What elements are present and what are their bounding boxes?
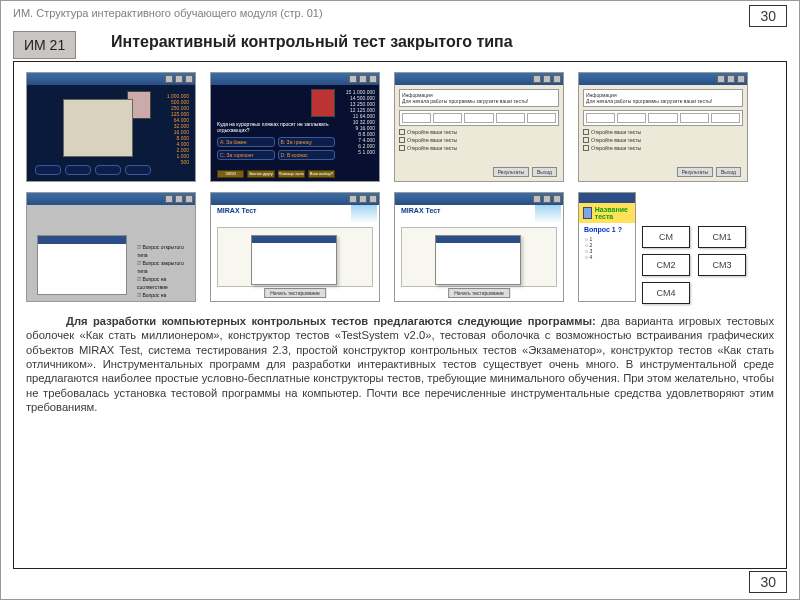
prize-ladder: 1.000.000 500.000 250.000 125.000 64.000… bbox=[155, 93, 189, 165]
minimize-icon bbox=[717, 75, 725, 83]
dialog-box bbox=[63, 99, 133, 157]
mirax-logo: MIRAX Тест bbox=[217, 207, 257, 214]
info-text: Для начала работы программы загрузите ва… bbox=[586, 98, 740, 104]
start-test-button: Начать тестирование bbox=[448, 288, 510, 298]
minimize-icon bbox=[533, 195, 541, 203]
option-d: D: В космос bbox=[278, 150, 336, 160]
test-header: Название теста bbox=[579, 203, 635, 223]
test-row: Откройте ваши тесты bbox=[399, 129, 559, 135]
close-icon bbox=[553, 75, 561, 83]
cm-button[interactable]: СМ2 bbox=[642, 254, 690, 276]
checkbox-icon bbox=[399, 145, 405, 151]
test-row: Откройте ваши тесты bbox=[583, 129, 743, 135]
info-group: Информация Для начала работы программы з… bbox=[583, 89, 743, 107]
checkbox-icon bbox=[399, 129, 405, 135]
close-icon bbox=[553, 195, 561, 203]
window-titlebar bbox=[211, 73, 379, 85]
thumbnail-row-2: Вопрос открытого типа Вопрос закрытого т… bbox=[26, 192, 774, 304]
maximize-icon bbox=[359, 195, 367, 203]
cm-button[interactable]: СМ1 bbox=[698, 226, 746, 248]
minimize-icon bbox=[349, 195, 357, 203]
option-c: C: За горизонт bbox=[217, 150, 275, 160]
window-titlebar bbox=[395, 73, 563, 85]
window-titlebar bbox=[211, 193, 379, 205]
window-titlebar bbox=[395, 193, 563, 205]
close-icon bbox=[369, 75, 377, 83]
prize-ladder: 15 1.000.000 14 500.000 13 250.000 12 12… bbox=[339, 89, 375, 155]
window-titlebar bbox=[27, 73, 195, 85]
checkbox-icon bbox=[399, 137, 405, 143]
page-number-top: 30 bbox=[749, 5, 787, 27]
checkbox-icon bbox=[583, 137, 589, 143]
page-title: Интерактивный контрольный тест закрытого… bbox=[111, 33, 513, 51]
minimize-icon bbox=[165, 75, 173, 83]
lifeline-phone: Звонок другу bbox=[247, 170, 274, 178]
cm-button[interactable]: СМ4 bbox=[642, 282, 690, 304]
field-grid bbox=[586, 113, 740, 123]
body-rest: два варианта игровых тестовых оболочек «… bbox=[26, 315, 774, 413]
test-row: Откройте ваши тесты bbox=[583, 137, 743, 143]
thumb-testsystem-alt: Информация Для начала работы программы з… bbox=[578, 72, 748, 182]
doc-header-label: ИМ. Структура интерактивного обучающего … bbox=[13, 7, 323, 19]
lifelines: 50/50 Звонок другу Помощь зала Ваш выбор… bbox=[217, 170, 335, 178]
modal-dialog bbox=[435, 235, 521, 285]
exit-button: Выход bbox=[716, 167, 741, 177]
lifeline-choice: Ваш выбор? bbox=[308, 170, 335, 178]
cm-button[interactable]: СМ3 bbox=[698, 254, 746, 276]
window-titlebar bbox=[579, 73, 747, 85]
window-titlebar bbox=[579, 193, 635, 203]
maximize-icon bbox=[359, 75, 367, 83]
list-item: Вопрос открытого типа bbox=[137, 243, 195, 259]
minimize-icon bbox=[349, 75, 357, 83]
body-paragraph: Для разработки компьютерных контрольных … bbox=[26, 314, 774, 414]
cm-button[interactable]: СМ bbox=[642, 226, 690, 248]
cm-button-group: СМ СМ1 СМ2 СМ3 СМ4 bbox=[642, 192, 746, 304]
answer-slots bbox=[35, 165, 151, 175]
close-icon bbox=[185, 75, 193, 83]
page: ИМ. Структура интерактивного обучающего … bbox=[0, 0, 800, 600]
list-item: Вопрос на упорядочение bbox=[137, 291, 195, 302]
window-titlebar bbox=[27, 193, 195, 205]
question-label: Вопрос 1 ? bbox=[579, 223, 635, 236]
option-a: A: За бакен bbox=[217, 137, 275, 147]
close-icon bbox=[185, 195, 193, 203]
palm-image bbox=[351, 205, 377, 223]
maximize-icon bbox=[543, 195, 551, 203]
answer-option: ○ 4 bbox=[585, 254, 629, 260]
thumb-test-with-cm: Название теста Вопрос 1 ? ○ 1 ○ 2 ○ 3 ○ … bbox=[578, 192, 743, 304]
field-grid bbox=[402, 113, 556, 123]
close-icon bbox=[737, 75, 745, 83]
maximize-icon bbox=[175, 75, 183, 83]
thumbnail-row-1: 1.000.000 500.000 250.000 125.000 64.000… bbox=[26, 72, 774, 182]
palm-image bbox=[535, 205, 561, 223]
results-button: Результаты bbox=[493, 167, 529, 177]
minimize-icon bbox=[165, 195, 173, 203]
thumb-testsystem: Информация Для начала работы программы з… bbox=[394, 72, 564, 182]
thumb-mirax: MIRAX Тест Начать тестирование bbox=[210, 192, 380, 302]
thumb-mirax-alt: MIRAX Тест Начать тестирование bbox=[394, 192, 564, 302]
maximize-icon bbox=[543, 75, 551, 83]
inner-panel bbox=[37, 235, 127, 295]
thumb-millionaire-1: 1.000.000 500.000 250.000 125.000 64.000… bbox=[26, 72, 196, 182]
page-number-bottom: 30 bbox=[749, 571, 787, 593]
exit-button: Выход bbox=[532, 167, 557, 177]
fields-group bbox=[583, 110, 743, 126]
test-row: Откройте ваши тесты bbox=[399, 137, 559, 143]
modal-dialog bbox=[251, 235, 337, 285]
close-icon bbox=[369, 195, 377, 203]
lifeline-audience: Помощь зала bbox=[278, 170, 305, 178]
test-row: Откройте ваши тесты bbox=[583, 145, 743, 151]
checkbox-icon bbox=[583, 129, 589, 135]
thumb-millionaire-2: 15 1.000.000 14 500.000 13 250.000 12 12… bbox=[210, 72, 380, 182]
test-icon bbox=[583, 207, 592, 219]
lifeline-5050: 50/50 bbox=[217, 170, 244, 178]
body-lead: Для разработки компьютерных контрольных … bbox=[66, 315, 596, 327]
maximize-icon bbox=[175, 195, 183, 203]
question-text: Куда на курортных пляжах просят не заплы… bbox=[217, 121, 335, 133]
info-group: Информация Для начала работы программы з… bbox=[399, 89, 559, 107]
module-badge: ИМ 21 bbox=[13, 31, 76, 59]
test-title: Название теста bbox=[595, 206, 631, 220]
results-button: Результаты bbox=[677, 167, 713, 177]
list-item: Вопрос закрытого типа bbox=[137, 259, 195, 275]
host-photo bbox=[311, 89, 335, 117]
